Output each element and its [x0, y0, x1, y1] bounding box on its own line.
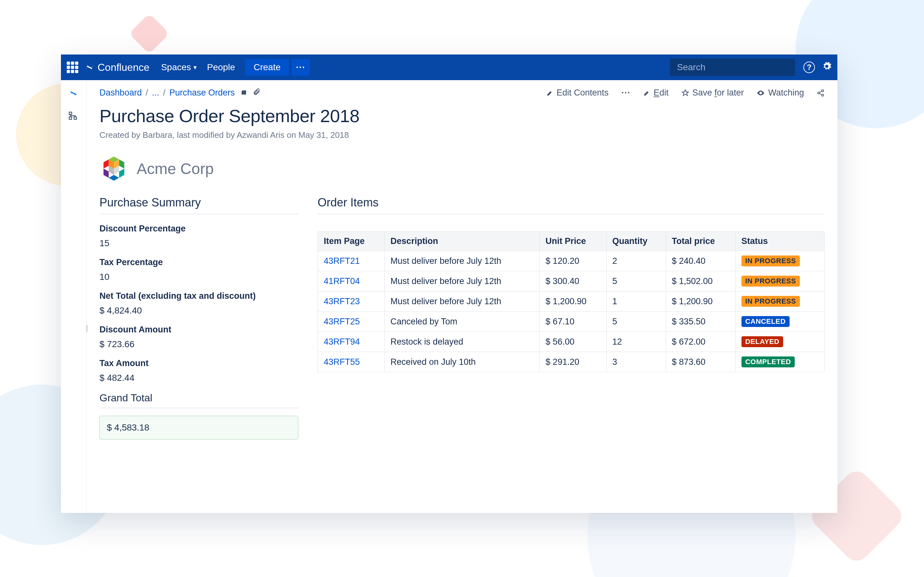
- item-desc-cell: Must deliver before July 12th: [384, 251, 540, 271]
- svg-line-9: [820, 93, 822, 95]
- summary-label: Tax Percentage: [99, 258, 298, 268]
- item-qty-cell: 3: [606, 352, 666, 372]
- save-for-later-button[interactable]: Save for later: [682, 88, 744, 98]
- eye-icon: [756, 89, 765, 97]
- apps-icon[interactable]: [67, 61, 78, 73]
- create-more-button[interactable]: ···: [292, 59, 310, 76]
- brand[interactable]: Confluence: [85, 61, 150, 73]
- item-id-cell: 41RFT04: [318, 271, 384, 292]
- item-status-cell: IN PROGRESS: [735, 292, 824, 311]
- status-badge: IN PROGRESS: [741, 276, 800, 287]
- create-button[interactable]: Create: [245, 59, 289, 76]
- svg-rect-2: [69, 112, 71, 115]
- status-badge: IN PROGRESS: [741, 296, 800, 307]
- table-row: 43RFT55Received on July 10th$ 291.203$ 8…: [318, 352, 825, 372]
- item-desc-cell: Must deliver before July 12th: [384, 271, 540, 292]
- pencil-icon: [546, 89, 553, 97]
- svg-line-8: [820, 91, 822, 92]
- item-link[interactable]: 43RFT55: [324, 357, 360, 367]
- search-input[interactable]: [677, 62, 792, 73]
- restrictions-icon[interactable]: [240, 88, 248, 98]
- item-link[interactable]: 41RFT04: [324, 276, 360, 286]
- item-total-cell: $ 672.00: [666, 332, 735, 352]
- table-row: 43RFT25Canceled by Tom$ 67.105$ 335.50CA…: [318, 311, 825, 332]
- order-items-table: Item PageDescriptionUnit PriceQuantityTo…: [318, 231, 825, 372]
- brand-label: Confluence: [97, 61, 150, 73]
- item-id-cell: 43RFT55: [318, 352, 384, 372]
- page-actions: Edit Contents ··· Edit Save for later: [546, 88, 825, 98]
- svg-point-6: [818, 92, 820, 94]
- company-header: Acme Corp: [99, 154, 825, 183]
- item-total-cell: $ 335.50: [666, 311, 735, 332]
- status-badge: IN PROGRESS: [741, 255, 800, 266]
- search-box[interactable]: [670, 59, 795, 76]
- item-unit-cell: $ 56.00: [540, 332, 606, 352]
- svg-point-5: [822, 90, 824, 92]
- grand-total-value: $ 4,583.18: [99, 416, 298, 440]
- item-id-cell: 43RFT94: [318, 332, 384, 352]
- help-icon[interactable]: ?: [803, 61, 815, 73]
- column-header: Description: [384, 232, 540, 251]
- attachments-icon[interactable]: [253, 88, 260, 98]
- item-unit-cell: $ 67.10: [540, 311, 606, 332]
- pencil-icon: [643, 89, 650, 97]
- item-link[interactable]: 43RFT94: [324, 337, 360, 347]
- more-actions-button[interactable]: ···: [622, 88, 631, 98]
- edit-button[interactable]: Edit: [643, 88, 669, 98]
- summary-column: Purchase Summary Discount Percentage15Ta…: [99, 196, 298, 440]
- nav-people-label: People: [207, 62, 235, 73]
- watching-button[interactable]: Watching: [756, 88, 804, 98]
- column-header: Status: [735, 232, 824, 251]
- summary-value: $ 482.44: [99, 373, 298, 383]
- nav-people[interactable]: People: [207, 62, 235, 73]
- edit-contents-button[interactable]: Edit Contents: [546, 88, 609, 98]
- app-window: Confluence Spaces ▾ People Create ··· ?: [61, 55, 837, 513]
- item-desc-cell: Restock is delayed: [384, 332, 540, 352]
- watching-label: Watching: [768, 88, 804, 98]
- item-link[interactable]: 43RFT21: [324, 256, 360, 266]
- item-total-cell: $ 1,502.00: [666, 271, 735, 292]
- item-unit-cell: $ 300.40: [540, 271, 606, 292]
- company-logo-icon: [99, 154, 128, 183]
- item-qty-cell: 12: [606, 332, 666, 352]
- item-qty-cell: 5: [606, 271, 666, 292]
- svg-rect-4: [69, 117, 71, 119]
- table-row: 43RFT94Restock is delayed$ 56.0012$ 672.…: [318, 332, 825, 352]
- top-nav: Confluence Spaces ▾ People Create ··· ?: [61, 55, 837, 80]
- item-link[interactable]: 43RFT23: [324, 297, 360, 306]
- summary-label: Net Total (excluding tax and discount): [99, 291, 298, 301]
- summary-value: $ 4,824.40: [99, 306, 298, 316]
- crumb-dashboard[interactable]: Dashboard: [99, 88, 142, 98]
- summary-value: 15: [99, 238, 298, 248]
- svg-marker-11: [119, 159, 124, 169]
- page-byline: Created by Barbara, last modified by Azw…: [99, 130, 825, 140]
- item-link[interactable]: 43RFT25: [324, 317, 360, 326]
- summary-field: Discount Amount$ 723.66: [99, 325, 298, 350]
- item-status-cell: IN PROGRESS: [735, 251, 824, 271]
- item-status-cell: COMPLETED: [735, 352, 824, 372]
- item-desc-cell: Received on July 10th: [384, 352, 540, 372]
- column-header: Total price: [666, 232, 735, 251]
- star-icon: [682, 89, 689, 97]
- edit-contents-label: Edit Contents: [557, 88, 609, 98]
- item-status-cell: IN PROGRESS: [735, 271, 824, 292]
- table-row: 41RFT04Must deliver before July 12th$ 30…: [318, 271, 825, 292]
- confluence-icon: [85, 63, 94, 72]
- item-id-cell: 43RFT25: [318, 311, 384, 332]
- order-items-heading: Order Items: [318, 196, 825, 214]
- column-header: Unit Price: [540, 232, 606, 251]
- crumb-purchase-orders[interactable]: Purchase Orders: [170, 88, 235, 98]
- svg-rect-3: [74, 117, 76, 119]
- nav-spaces[interactable]: Spaces ▾: [161, 62, 197, 73]
- svg-marker-12: [119, 169, 124, 178]
- confluence-space-icon[interactable]: [68, 88, 79, 99]
- item-status-cell: DELAYED: [735, 332, 824, 352]
- settings-icon[interactable]: [822, 61, 832, 73]
- summary-field: Net Total (excluding tax and discount)$ …: [99, 291, 298, 316]
- item-desc-cell: Must deliver before July 12th: [384, 292, 540, 311]
- share-button[interactable]: [817, 89, 825, 97]
- crumb-ellipsis[interactable]: ...: [152, 88, 160, 98]
- summary-label: Tax Amount: [99, 358, 298, 368]
- column-header: Item Page: [318, 232, 384, 251]
- page-tree-icon[interactable]: [68, 111, 79, 122]
